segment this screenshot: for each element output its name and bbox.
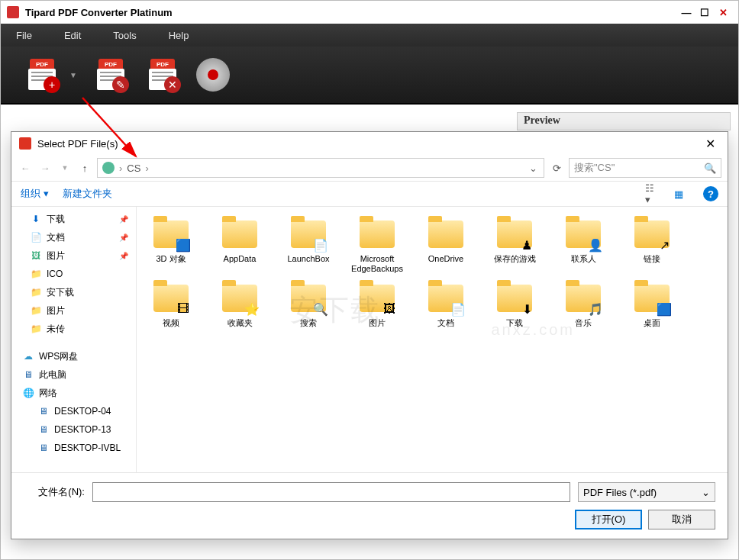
sidebar-item[interactable]: 📁图片 — [11, 301, 136, 320]
dialog-file-area[interactable]: 🟦3D 对象AppData📄LaunchBoxMicrosoft EdgeBac… — [137, 207, 728, 472]
sidebar-item-label: 文档 — [47, 231, 65, 244]
folder-item[interactable]: ⬇下载 — [486, 280, 543, 328]
folder-item[interactable]: 📄LaunchBox — [280, 216, 337, 274]
folder-item[interactable]: 🔍搜索 — [280, 280, 337, 328]
folder-icon: ⭐ — [220, 280, 260, 317]
folder-icon: 🎵 — [563, 280, 603, 317]
sidebar-item[interactable]: 🖥DESKTOP-13 — [11, 420, 136, 439]
minimize-button[interactable]: — — [677, 7, 695, 18]
pin-icon: 📌 — [119, 233, 128, 242]
sidebar-item-label: DESKTOP-13 — [54, 424, 111, 435]
folder-overlay-icon: 🔍 — [311, 300, 330, 318]
folder-label: 联系人 — [571, 254, 596, 264]
sidebar-item-label: 安下载 — [47, 286, 74, 299]
menu-file[interactable]: File — [16, 30, 32, 41]
add-pdf-dropdown[interactable]: ▼ — [69, 71, 77, 79]
folder-icon: 🔍 — [289, 280, 328, 317]
sidebar-item[interactable]: 🖥DESKTOP-04 — [11, 402, 136, 420]
sidebar-item[interactable]: 📁ICO — [11, 265, 136, 283]
chevron-right-icon: › — [119, 163, 122, 174]
menu-tools[interactable]: Tools — [113, 30, 136, 41]
refresh-button[interactable]: ⟳ — [549, 163, 564, 174]
plus-icon: + — [44, 76, 60, 93]
nav-up-button[interactable]: ↑ — [77, 163, 92, 174]
folder-icon: ↗ — [632, 216, 672, 253]
folder-item[interactable]: 📄文档 — [418, 280, 474, 328]
filetype-value: PDF Files (*.pdf) — [583, 487, 657, 498]
sidebar-item[interactable]: 🖥此电脑 — [11, 365, 136, 384]
preview-panel-title: Preview — [517, 112, 731, 130]
sidebar-item[interactable]: 📁安下载 — [11, 283, 136, 301]
folder-icon: 🖼 — [30, 249, 42, 262]
pdf-badge-icon: PDF — [98, 59, 123, 69]
organize-menu[interactable]: 组织 ▾ — [21, 187, 49, 201]
folder-icon: 📁 — [30, 286, 42, 298]
menu-help[interactable]: Help — [169, 30, 189, 41]
menu-edit[interactable]: Edit — [64, 30, 81, 41]
preview-pane-button[interactable]: ▦ — [674, 188, 689, 200]
filename-label: 文件名(N): — [24, 485, 85, 499]
sidebar-item[interactable]: 🖼图片📌 — [11, 246, 136, 265]
folder-overlay-icon: ♟ — [518, 236, 536, 254]
folder-overlay-icon: 🎞 — [174, 300, 192, 318]
breadcrumb-folder[interactable]: CS — [127, 163, 140, 174]
nav-back-button[interactable]: ← — [18, 163, 33, 174]
sidebar-item[interactable]: 🌐网络 — [11, 384, 136, 402]
folder-label: OneDrive — [428, 254, 463, 264]
folder-item[interactable]: ↗链接 — [624, 216, 680, 274]
folder-item[interactable]: AppData — [211, 216, 268, 274]
folder-item[interactable]: Microsoft EdgeBackups — [349, 216, 405, 274]
view-options-button[interactable]: ☷ ▾ — [645, 182, 660, 205]
sidebar-item[interactable]: 🖥DESKTOP-IVBL — [11, 439, 136, 457]
search-placeholder: 搜索"CS" — [574, 161, 615, 175]
folder-item[interactable]: ⭐收藏夹 — [211, 280, 268, 328]
breadcrumb[interactable]: › CS › ⌄ — [97, 158, 544, 178]
folder-icon: ♟ — [495, 216, 534, 253]
sidebar-item[interactable]: ⬇下载📌 — [11, 210, 136, 228]
folder-item[interactable]: 👤联系人 — [555, 216, 612, 274]
folder-item[interactable]: 🟦桌面 — [624, 280, 680, 328]
dialog-footer: 文件名(N): PDF Files (*.pdf) ⌄ 打开(O) 取消 — [11, 472, 728, 539]
filename-input[interactable] — [92, 482, 570, 502]
sidebar-item-label: 图片 — [47, 304, 65, 317]
sidebar-item-label: WPS网盘 — [39, 350, 78, 363]
help-button[interactable]: ? — [703, 186, 718, 201]
sidebar-item[interactable]: 📄文档📌 — [11, 228, 136, 246]
folder-icon: 👤 — [563, 216, 603, 253]
folder-icon: 📁 — [30, 323, 42, 335]
dialog-close-button[interactable]: ✕ — [701, 137, 720, 151]
folder-overlay-icon: 📄 — [311, 236, 330, 254]
nav-recent-dropdown[interactable]: ▼ — [57, 164, 73, 172]
folder-label: 3D 对象 — [156, 254, 186, 264]
sidebar-item[interactable]: ☁WPS网盘 — [11, 347, 136, 365]
open-button[interactable]: 打开(O) — [575, 510, 642, 529]
add-pdf-button[interactable]: PDF + — [24, 56, 60, 93]
file-open-dialog: Select PDF File(s) ✕ ← → ▼ ↑ › CS › ⌄ ⟳ … — [11, 131, 728, 539]
search-input[interactable]: 搜索"CS" 🔍 — [569, 158, 721, 178]
folder-item[interactable]: 🎵音乐 — [555, 280, 612, 328]
remove-pdf-button[interactable]: PDF ✕ — [144, 56, 181, 93]
folder-overlay-icon: 🖼 — [380, 300, 399, 318]
filetype-select[interactable]: PDF Files (*.pdf) ⌄ — [578, 482, 715, 502]
folder-icon: 📁 — [30, 304, 42, 317]
folder-item[interactable]: OneDrive — [418, 216, 474, 274]
folder-item[interactable]: 🖼图片 — [349, 280, 405, 328]
settings-button[interactable] — [196, 58, 230, 92]
folder-icon: 📁 — [30, 268, 42, 280]
folder-item[interactable]: 🟦3D 对象 — [143, 216, 199, 274]
x-icon: ✕ — [164, 76, 181, 93]
folder-item[interactable]: 🎞视频 — [143, 280, 199, 328]
folder-item[interactable]: ♟保存的游戏 — [486, 216, 543, 274]
maximize-button[interactable]: ☐ — [695, 7, 714, 18]
edit-pdf-button[interactable]: PDF ✎ — [92, 56, 129, 93]
sidebar-item[interactable]: 📁未传 — [11, 320, 136, 338]
new-folder-button[interactable]: 新建文件夹 — [63, 187, 112, 201]
folder-icon — [220, 216, 260, 253]
breadcrumb-dropdown[interactable]: ⌄ — [527, 163, 539, 174]
nav-forward-button[interactable]: → — [37, 163, 53, 174]
pdf-badge-icon: PDF — [30, 59, 54, 69]
app-title: Tipard PDF Converter Platinum — [25, 7, 173, 18]
cancel-button[interactable]: 取消 — [648, 510, 715, 529]
chevron-right-icon: › — [145, 163, 148, 174]
close-button[interactable]: ✕ — [714, 7, 732, 18]
